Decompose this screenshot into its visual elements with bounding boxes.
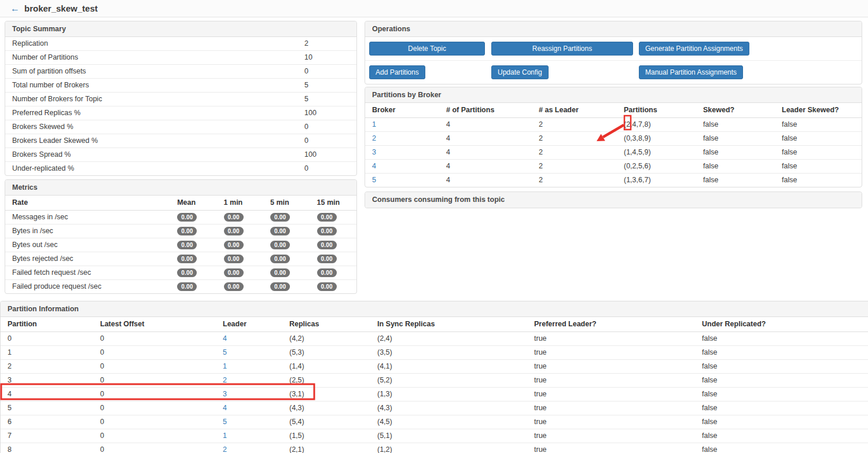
metric-value-cell: 0.00 (263, 252, 310, 266)
in-sync-replicas: (3,5) (370, 346, 527, 360)
operations-panel: Operations Delete Topic Reassign Partiti… (365, 21, 862, 84)
in-sync-replicas: (4,1) (370, 360, 527, 374)
metric-value-cell: 0.00 (217, 280, 263, 294)
table-row: 004(4,2)(2,4)truefalse (1, 332, 868, 346)
metric-value-cell: 0.00 (263, 224, 310, 238)
leader-link[interactable]: 1 (223, 432, 227, 440)
leader-link[interactable]: 4 (223, 334, 227, 342)
broker-id-cell: 5 (365, 174, 439, 187)
metrics-col-1min: 1 min (217, 196, 263, 211)
summary-label: Total number of Brokers (5, 79, 297, 93)
back-arrow-icon[interactable]: ← (10, 4, 20, 13)
summary-value: 0 (297, 65, 356, 79)
leader-link[interactable]: 3 (223, 390, 227, 398)
preferred-leader: true (527, 429, 695, 443)
table-row: Brokers Leader Skewed %0 (5, 134, 356, 148)
table-row: Brokers Spread %100 (5, 148, 356, 162)
broker-link[interactable]: 4 (372, 162, 376, 170)
generate-partition-assignments-button[interactable]: Generate Partition Assignments (639, 42, 749, 56)
table-row: 342(1,4,5,9)falsefalse (365, 146, 862, 160)
broker-link[interactable]: 3 (372, 148, 376, 156)
topic-summary-panel: Topic Summary Replication2Number of Part… (5, 21, 357, 176)
metric-value-badge: 0.00 (224, 268, 244, 277)
table-row: Number of Brokers for Topic5 (5, 93, 356, 106)
broker-num-partitions: 4 (439, 160, 532, 174)
in-sync-replicas: (2,4) (370, 332, 527, 346)
metric-value-cell: 0.00 (263, 211, 310, 224)
leader-cell: 1 (216, 360, 282, 374)
pi-col-preferred-leader: Preferred Leader? (527, 317, 695, 332)
pbb-col-skewed: Skewed? (696, 103, 775, 118)
broker-link[interactable]: 5 (372, 176, 376, 184)
metric-value-cell: 0.00 (170, 224, 216, 238)
leader-link[interactable]: 2 (223, 376, 227, 384)
reassign-partitions-button[interactable]: Reassign Partitions (491, 42, 633, 56)
metric-label: Failed fetch request /sec (5, 266, 170, 280)
table-row: Total number of Brokers5 (5, 79, 356, 93)
metric-value-badge: 0.00 (177, 241, 197, 249)
metrics-table: Rate Mean 1 min 5 min 15 min Messages in… (5, 196, 356, 293)
under-replicated: false (695, 346, 868, 360)
summary-label: Under-replicated % (5, 162, 297, 176)
latest-offset: 0 (93, 374, 216, 388)
broker-id-cell: 2 (365, 132, 439, 146)
metric-value-cell: 0.00 (170, 252, 216, 266)
leader-link[interactable]: 5 (223, 418, 227, 426)
summary-label: Sum of partition offsets (5, 65, 297, 79)
leader-cell: 1 (216, 429, 282, 443)
metrics-col-rate: Rate (5, 196, 170, 211)
under-replicated: false (695, 443, 868, 453)
leader-cell: 2 (216, 443, 282, 453)
under-replicated: false (695, 332, 868, 346)
broker-partitions: (1,3,6,7) (617, 174, 696, 187)
pi-col-replicas: Replicas (282, 317, 370, 332)
leader-link[interactable]: 2 (223, 445, 227, 453)
broker-num-partitions: 4 (439, 132, 532, 146)
leader-link[interactable]: 4 (223, 404, 227, 412)
broker-leader-skewed: false (775, 174, 862, 187)
metric-value-cell: 0.00 (263, 280, 310, 294)
metric-value-badge: 0.00 (270, 255, 290, 263)
broker-leader-skewed: false (775, 118, 862, 132)
metric-value-cell: 0.00 (310, 211, 356, 224)
add-partitions-button[interactable]: Add Partitions (369, 65, 425, 79)
leader-link[interactable]: 5 (223, 348, 227, 356)
table-row: 504(4,3)(4,3)truefalse (1, 402, 868, 415)
delete-topic-button[interactable]: Delete Topic (369, 42, 485, 56)
metric-value-cell: 0.00 (217, 224, 263, 238)
in-sync-replicas: (5,1) (370, 429, 527, 443)
leader-cell: 5 (216, 415, 282, 429)
partition-information-table: Partition Latest Offset Leader Replicas … (1, 317, 868, 453)
under-replicated: false (695, 415, 868, 429)
summary-label: Replication (5, 37, 297, 51)
table-row: Number of Partitions10 (5, 51, 356, 65)
metric-value-badge: 0.00 (270, 241, 290, 249)
broker-num-partitions: 4 (439, 118, 532, 132)
summary-label: Number of Brokers for Topic (5, 93, 297, 106)
topic-summary-table: Replication2Number of Partitions10Sum of… (5, 37, 356, 175)
partitions-by-broker-panel: Partitions by Broker Broker # of Partiti… (365, 87, 862, 187)
pbb-col-as-leader: # as Leader (532, 103, 617, 118)
summary-label: Number of Partitions (5, 51, 297, 65)
latest-offset: 0 (93, 388, 216, 402)
table-row: 802(2,1)(1,2)truefalse (1, 443, 868, 453)
preferred-leader: true (527, 415, 695, 429)
leader-link[interactable]: 1 (223, 362, 227, 370)
broker-link[interactable]: 2 (372, 134, 376, 142)
table-row: 302(2,5)(5,2)truefalse (1, 374, 868, 388)
under-replicated: false (695, 388, 868, 402)
metric-value-cell: 0.00 (217, 238, 263, 252)
summary-value: 5 (297, 93, 356, 106)
table-row: Failed produce request /sec0.000.000.000… (5, 280, 356, 294)
table-row: Bytes in /sec0.000.000.000.00 (5, 224, 356, 238)
update-config-button[interactable]: Update Config (491, 65, 549, 79)
table-row: Replication2 (5, 37, 356, 51)
latest-offset: 0 (93, 402, 216, 415)
preferred-leader: true (527, 374, 695, 388)
summary-value: 10 (297, 51, 356, 65)
manual-partition-assignments-button[interactable]: Manual Partition Assignments (639, 65, 743, 79)
summary-label: Brokers Leader Skewed % (5, 134, 297, 148)
latest-offset: 0 (93, 360, 216, 374)
pi-col-partition: Partition (1, 317, 93, 332)
broker-link[interactable]: 1 (372, 120, 376, 128)
